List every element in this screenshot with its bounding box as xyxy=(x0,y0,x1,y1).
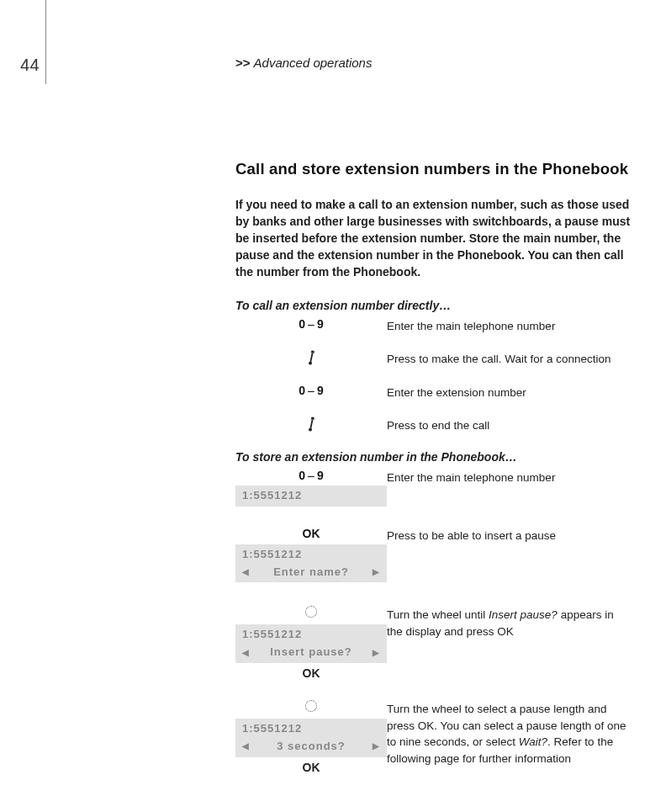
step-row: Press to end the call xyxy=(235,417,631,435)
step-row: Press to make the call. Wait for a conne… xyxy=(235,350,631,369)
step-row: OK 1:5551212 ◀ Enter name? ▶ Press to be… xyxy=(235,527,631,582)
triangle-left-icon: ◀ xyxy=(242,565,250,579)
desc-text: Turn the wheel until xyxy=(387,608,489,621)
triangle-left-icon: ◀ xyxy=(242,740,250,753)
desc-italic: Wait? xyxy=(519,735,547,748)
step-desc: Enter the main telephone number xyxy=(387,469,631,507)
key-dash: – xyxy=(308,317,314,331)
step-desc: Press to be able to insert a pause xyxy=(387,527,631,582)
step-key: 1:5551212 ◀ Insert pause? ▶ OK xyxy=(235,606,387,680)
key-digit: 0 xyxy=(299,317,305,331)
step-key: 0–9 1:5551212 xyxy=(235,469,387,507)
lcd-line1: 1:5551212 xyxy=(242,626,380,644)
key-dash: – xyxy=(308,384,314,397)
page: 44 >>Advanced operations Call and store … xyxy=(0,0,650,812)
margin-rule xyxy=(45,0,46,84)
step-desc: Turn the wheel until Insert pause? appea… xyxy=(387,606,631,680)
step-key: OK 1:5551212 ◀ Enter name? ▶ xyxy=(235,527,387,582)
step-desc: Enter the main telephone number xyxy=(387,317,631,335)
lcd-display: 1:5551212 ◀ Enter name? ▶ xyxy=(235,544,387,583)
section2-title: To store an extension number in the Phon… xyxy=(235,450,631,464)
intro-paragraph: If you need to make a call to an extensi… xyxy=(235,197,631,280)
triangle-left-icon: ◀ xyxy=(242,646,250,660)
lcd-line2: Insert pause? xyxy=(270,644,352,661)
breadcrumb: >>Advanced operations xyxy=(235,56,372,70)
step-desc: Press to make the call. Wait for a conne… xyxy=(387,350,631,369)
ok-label: OK xyxy=(235,761,387,774)
step-row: 1:5551212 ◀ 3 seconds? ▶ OK Turn the whe… xyxy=(235,700,631,774)
breadcrumb-label: Advanced operations xyxy=(254,56,373,70)
step-key xyxy=(235,350,387,369)
step-key xyxy=(235,417,387,435)
lcd-display: 1:5551212 ◀ Insert pause? ▶ xyxy=(235,624,387,663)
phone-icon xyxy=(304,349,319,369)
lcd-line2: Enter name? xyxy=(273,564,349,581)
step-desc: Enter the extension number xyxy=(387,384,631,401)
phone-icon xyxy=(304,415,319,435)
step-key: 0–9 xyxy=(235,317,387,335)
step-row: 0–9 Enter the main telephone number xyxy=(235,317,631,335)
content-area: Call and store extension numbers in the … xyxy=(235,160,631,774)
lcd-line1: 1:5551212 xyxy=(242,720,380,738)
ok-label: OK xyxy=(235,527,387,541)
step-key: 1:5551212 ◀ 3 seconds? ▶ OK xyxy=(235,700,387,774)
key-digit: 9 xyxy=(317,317,324,331)
wheel-icon xyxy=(305,700,317,712)
desc-italic: Insert pause? xyxy=(489,608,558,621)
key-digit: 0 xyxy=(299,469,305,482)
step-desc: Press to end the call xyxy=(387,417,631,435)
lcd-display: 1:5551212 xyxy=(235,486,387,507)
page-title: Call and store extension numbers in the … xyxy=(235,160,631,178)
lcd-display: 1:5551212 ◀ 3 seconds? ▶ xyxy=(235,719,387,757)
step-desc: Turn the wheel to select a pause length … xyxy=(387,700,631,774)
wheel-icon xyxy=(305,606,317,618)
triangle-right-icon: ▶ xyxy=(373,740,380,753)
triangle-right-icon: ▶ xyxy=(373,646,380,660)
breadcrumb-chevrons: >> xyxy=(235,56,251,70)
key-digit: 9 xyxy=(317,469,324,482)
page-number: 44 xyxy=(20,56,40,75)
key-digit: 0 xyxy=(299,384,305,397)
key-dash: – xyxy=(308,469,314,482)
triangle-right-icon: ▶ xyxy=(373,565,380,579)
key-digit: 9 xyxy=(317,384,324,397)
lcd-line1: 1:5551212 xyxy=(242,546,380,564)
step-row: 0–9 Enter the extension number xyxy=(235,384,631,401)
step-row: 0–9 1:5551212 Enter the main telephone n… xyxy=(235,469,631,507)
step-key: 0–9 xyxy=(235,384,387,401)
ok-label: OK xyxy=(235,666,387,680)
lcd-line2: 3 seconds? xyxy=(277,738,346,756)
lcd-line1: 1:5551212 xyxy=(242,487,380,505)
step-row: 1:5551212 ◀ Insert pause? ▶ OK Turn the … xyxy=(235,606,631,680)
section1-title: To call an extension number directly… xyxy=(235,299,631,312)
